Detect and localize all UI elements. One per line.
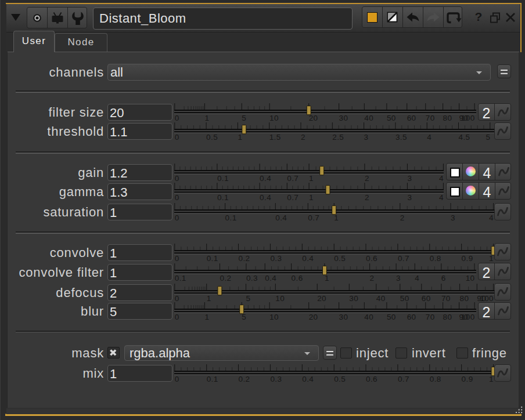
svg-text:2: 2 bbox=[365, 173, 369, 182]
svg-text:0.5: 0.5 bbox=[206, 133, 218, 142]
svg-text:0: 0 bbox=[175, 213, 179, 222]
svg-text:50: 50 bbox=[387, 114, 396, 122]
svg-text:1: 1 bbox=[325, 273, 329, 282]
svg-text:60: 60 bbox=[422, 294, 431, 302]
svg-text:1: 1 bbox=[238, 133, 242, 142]
svg-text:80: 80 bbox=[443, 313, 452, 321]
svg-text:1: 1 bbox=[204, 313, 209, 321]
svg-text:100: 100 bbox=[461, 313, 475, 321]
svg-text:0.2: 0.2 bbox=[220, 273, 232, 282]
svg-text:0: 0 bbox=[175, 254, 179, 262]
svg-text:0.6: 0.6 bbox=[366, 254, 377, 262]
svg-text:4: 4 bbox=[439, 193, 444, 201]
svg-text:0: 0 bbox=[175, 114, 179, 122]
svg-text:1: 1 bbox=[204, 114, 209, 122]
svg-text:2: 2 bbox=[365, 193, 369, 201]
svg-text:0.4: 0.4 bbox=[265, 273, 276, 282]
svg-text:40: 40 bbox=[376, 294, 386, 302]
svg-text:2.5: 2.5 bbox=[332, 133, 344, 142]
svg-text:30: 30 bbox=[339, 114, 348, 122]
svg-text:2: 2 bbox=[301, 133, 305, 142]
svg-text:0.4: 0.4 bbox=[260, 173, 271, 182]
svg-text:50: 50 bbox=[387, 313, 396, 321]
svg-text:0.1: 0.1 bbox=[175, 273, 186, 282]
svg-text:3: 3 bbox=[407, 193, 412, 201]
svg-text:5: 5 bbox=[242, 114, 246, 122]
svg-text:1.5: 1.5 bbox=[269, 133, 281, 142]
svg-text:20: 20 bbox=[309, 313, 318, 321]
svg-text:1: 1 bbox=[489, 254, 494, 262]
svg-text:1: 1 bbox=[309, 193, 314, 201]
svg-text:0.4: 0.4 bbox=[302, 254, 314, 262]
svg-text:100: 100 bbox=[480, 294, 494, 302]
svg-text:0.2: 0.2 bbox=[239, 254, 250, 262]
svg-text:70: 70 bbox=[441, 294, 451, 302]
svg-text:0.1: 0.1 bbox=[207, 254, 218, 262]
svg-text:80: 80 bbox=[460, 294, 469, 302]
svg-text:0.6: 0.6 bbox=[366, 375, 377, 383]
svg-text:40: 40 bbox=[364, 114, 373, 122]
svg-text:0.9: 0.9 bbox=[462, 375, 473, 383]
svg-text:0: 0 bbox=[175, 313, 179, 321]
svg-text:20: 20 bbox=[317, 294, 326, 302]
svg-text:6: 6 bbox=[441, 273, 446, 282]
svg-text:3: 3 bbox=[396, 273, 401, 282]
svg-text:60: 60 bbox=[407, 313, 416, 321]
svg-text:0.5: 0.5 bbox=[334, 254, 346, 262]
svg-text:5: 5 bbox=[242, 313, 246, 321]
svg-text:0.3: 0.3 bbox=[270, 375, 282, 383]
svg-text:0.1: 0.1 bbox=[217, 193, 229, 201]
svg-text:0: 0 bbox=[175, 294, 179, 302]
svg-text:0.5: 0.5 bbox=[334, 375, 346, 383]
svg-text:3: 3 bbox=[407, 173, 412, 182]
svg-text:10: 10 bbox=[269, 313, 279, 321]
svg-text:50: 50 bbox=[400, 294, 409, 302]
svg-text:0.1: 0.1 bbox=[207, 375, 218, 383]
svg-text:0.8: 0.8 bbox=[430, 375, 441, 383]
svg-text:1: 1 bbox=[207, 294, 211, 302]
svg-text:70: 70 bbox=[426, 313, 435, 321]
svg-text:0.1: 0.1 bbox=[217, 173, 229, 182]
svg-text:0.4: 0.4 bbox=[275, 213, 287, 222]
svg-text:0: 0 bbox=[175, 133, 179, 142]
svg-text:40: 40 bbox=[364, 313, 373, 321]
svg-text:10: 10 bbox=[466, 273, 475, 282]
svg-text:0: 0 bbox=[175, 173, 179, 182]
svg-text:2: 2 bbox=[400, 213, 405, 222]
svg-text:0.7: 0.7 bbox=[398, 375, 409, 383]
svg-text:1: 1 bbox=[309, 173, 314, 182]
svg-text:100: 100 bbox=[461, 114, 475, 122]
svg-text:0: 0 bbox=[175, 375, 179, 383]
svg-text:0.9: 0.9 bbox=[462, 254, 473, 262]
svg-text:80: 80 bbox=[443, 114, 452, 122]
svg-text:0.3: 0.3 bbox=[270, 254, 282, 262]
svg-text:0.4: 0.4 bbox=[302, 375, 314, 383]
svg-text:70: 70 bbox=[426, 114, 435, 122]
svg-text:4: 4 bbox=[415, 273, 419, 282]
svg-text:2: 2 bbox=[370, 273, 375, 282]
svg-text:0.8: 0.8 bbox=[430, 254, 441, 262]
svg-text:60: 60 bbox=[407, 114, 416, 122]
svg-text:4: 4 bbox=[439, 173, 444, 182]
svg-text:4: 4 bbox=[427, 133, 431, 142]
svg-text:3.5: 3.5 bbox=[395, 133, 407, 142]
svg-text:10: 10 bbox=[269, 114, 279, 122]
svg-text:3: 3 bbox=[364, 133, 369, 142]
svg-text:30: 30 bbox=[339, 313, 348, 321]
svg-text:5: 5 bbox=[486, 133, 490, 142]
svg-text:4: 4 bbox=[489, 213, 494, 222]
svg-text:10: 10 bbox=[275, 294, 285, 302]
svg-text:20: 20 bbox=[309, 114, 318, 122]
svg-text:0.3: 0.3 bbox=[246, 273, 258, 282]
svg-text:0.7: 0.7 bbox=[287, 173, 299, 182]
svg-text:0.2: 0.2 bbox=[239, 375, 250, 383]
svg-text:3: 3 bbox=[451, 213, 455, 222]
svg-text:0.7: 0.7 bbox=[308, 213, 319, 222]
svg-text:1: 1 bbox=[334, 213, 339, 222]
svg-text:0.4: 0.4 bbox=[260, 193, 271, 201]
svg-text:5: 5 bbox=[246, 294, 251, 302]
svg-text:30: 30 bbox=[349, 294, 358, 302]
svg-text:0.7: 0.7 bbox=[398, 254, 409, 262]
svg-text:0.7: 0.7 bbox=[287, 193, 299, 201]
svg-text:0.6: 0.6 bbox=[292, 273, 303, 282]
